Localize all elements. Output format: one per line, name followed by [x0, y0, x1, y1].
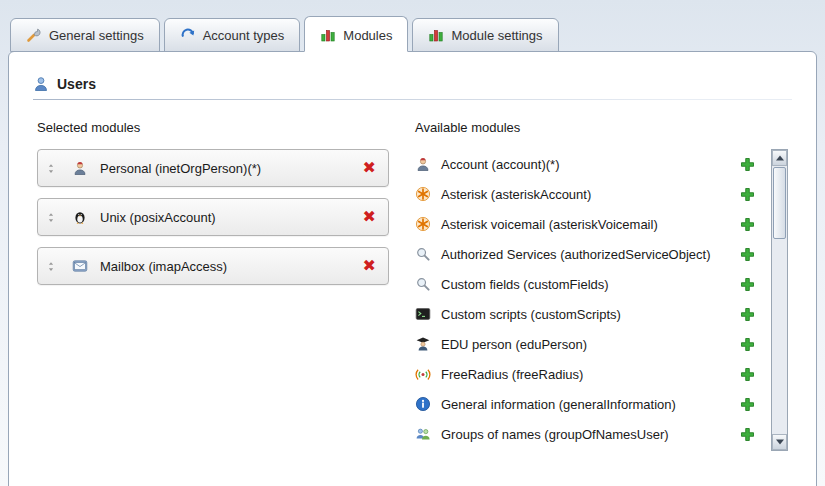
tab-label: Modules: [343, 28, 392, 43]
tab-label: General settings: [49, 28, 144, 43]
scrollbar[interactable]: [771, 149, 788, 451]
selected-module-row[interactable]: Mailbox (imapAccess) ✖: [37, 247, 389, 285]
plus-icon: [740, 277, 755, 292]
selected-module-row[interactable]: Unix (posixAccount) ✖: [37, 198, 389, 236]
graduate-person-icon: [415, 336, 431, 352]
tab-label: Module settings: [451, 28, 542, 43]
tab-modules[interactable]: Modules: [304, 16, 408, 52]
available-module-row: Asterisk (asteriskAccount): [415, 179, 765, 209]
add-module-button[interactable]: [740, 217, 755, 232]
selected-modules-heading: Selected modules: [37, 120, 389, 135]
plus-icon: [740, 217, 755, 232]
asterisk-icon: [415, 186, 431, 202]
plus-icon: [740, 367, 755, 382]
available-module-row: Account (account)(*): [415, 149, 765, 179]
bar-chart-icon: [320, 27, 336, 43]
person-icon: [72, 160, 88, 176]
remove-module-button[interactable]: ✖: [361, 160, 378, 176]
available-module-row: Authorized Services (authorizedServiceOb…: [415, 239, 765, 269]
section-divider: [33, 99, 792, 100]
scroll-down-button[interactable]: [772, 434, 787, 450]
add-module-button[interactable]: [740, 427, 755, 442]
add-module-button[interactable]: [740, 367, 755, 382]
tab-module-settings[interactable]: Module settings: [412, 18, 558, 52]
antenna-icon: [415, 366, 431, 382]
tab-account-types[interactable]: Account types: [164, 18, 301, 52]
modules-panel: Users Selected modules Personal (inetOrg…: [8, 51, 817, 486]
add-module-button[interactable]: [740, 307, 755, 322]
magnifier-icon: [415, 246, 431, 262]
module-label: Custom fields (customFields): [441, 277, 609, 292]
available-module-row: Custom fields (customFields): [415, 269, 765, 299]
scroll-up-button[interactable]: [772, 150, 787, 166]
tab-general-settings[interactable]: General settings: [10, 18, 160, 52]
envelope-icon: [72, 258, 88, 274]
add-module-button[interactable]: [740, 337, 755, 352]
available-module-row: Groups of names (groupOfNamesUser): [415, 419, 765, 449]
plus-icon: [740, 187, 755, 202]
plus-icon: [740, 247, 755, 262]
section-heading: Users: [33, 76, 792, 92]
remove-module-button[interactable]: ✖: [361, 258, 378, 274]
available-modules-heading: Available modules: [415, 120, 788, 135]
penguin-icon: [72, 209, 88, 225]
module-label: Groups of names (groupOfNamesUser): [441, 427, 669, 442]
tab-label: Account types: [203, 28, 285, 43]
section-title: Users: [57, 76, 96, 92]
available-module-row: EDU person (eduPerson): [415, 329, 765, 359]
person-icon: [415, 156, 431, 172]
available-module-row: General information (generalInformation): [415, 389, 765, 419]
module-label: Authorized Services (authorizedServiceOb…: [441, 247, 711, 262]
scrollbar-track[interactable]: [772, 166, 787, 434]
module-label: Asterisk (asteriskAccount): [441, 187, 591, 202]
bar-chart-icon: [428, 27, 444, 43]
available-modules-list: Account (account)(*) Asterisk (asteriskA…: [415, 149, 765, 451]
available-module-row: Custom scripts (customScripts): [415, 299, 765, 329]
scrollbar-thumb[interactable]: [773, 167, 786, 239]
selected-module-row[interactable]: Personal (inetOrgPerson)(*) ✖: [37, 149, 389, 187]
plus-icon: [740, 307, 755, 322]
module-label: Unix (posixAccount): [100, 210, 216, 225]
add-module-button[interactable]: [740, 277, 755, 292]
plus-icon: [740, 157, 755, 172]
module-label: Custom scripts (customScripts): [441, 307, 621, 322]
plus-icon: [740, 427, 755, 442]
drag-handle-icon[interactable]: [46, 259, 56, 274]
plus-icon: [740, 397, 755, 412]
module-label: General information (generalInformation): [441, 397, 676, 412]
available-module-row: FreeRadius (freeRadius): [415, 359, 765, 389]
available-module-row: Asterisk voicemail (asteriskVoicemail): [415, 209, 765, 239]
module-label: Mailbox (imapAccess): [100, 259, 227, 274]
selected-modules-column: Selected modules Personal (inetOrgPerson…: [37, 120, 389, 451]
refresh-icon: [180, 27, 196, 43]
module-label: Account (account)(*): [441, 157, 560, 172]
add-module-button[interactable]: [740, 157, 755, 172]
terminal-icon: [415, 306, 431, 322]
available-modules-column: Available modules Account (account)(*) A…: [415, 120, 788, 451]
plus-icon: [740, 337, 755, 352]
module-label: EDU person (eduPerson): [441, 337, 587, 352]
wrench-icon: [26, 27, 42, 43]
module-label: Personal (inetOrgPerson)(*): [100, 161, 261, 176]
add-module-button[interactable]: [740, 397, 755, 412]
add-module-button[interactable]: [740, 247, 755, 262]
module-label: FreeRadius (freeRadius): [441, 367, 583, 382]
module-label: Asterisk voicemail (asteriskVoicemail): [441, 217, 658, 232]
asterisk-icon: [415, 216, 431, 232]
remove-module-button[interactable]: ✖: [361, 209, 378, 225]
drag-handle-icon[interactable]: [46, 210, 56, 225]
group-icon: [415, 426, 431, 442]
add-module-button[interactable]: [740, 187, 755, 202]
info-icon: [415, 396, 431, 412]
tab-bar: General settings Account types Modules M…: [0, 0, 825, 51]
drag-handle-icon[interactable]: [46, 161, 56, 176]
magnifier-icon: [415, 276, 431, 292]
user-icon: [33, 76, 49, 92]
